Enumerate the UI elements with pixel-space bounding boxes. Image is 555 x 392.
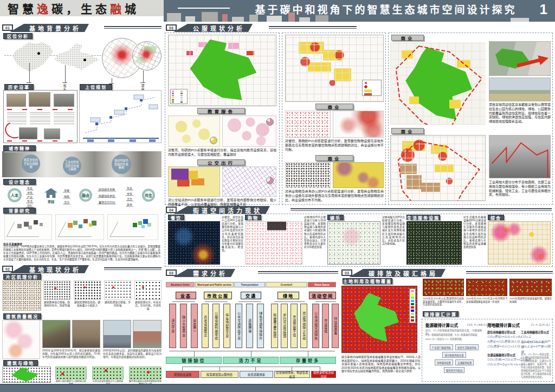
section-04-header: 04 街道空间活力现状 bbox=[166, 206, 552, 214]
transit-pie bbox=[266, 177, 274, 184]
concept-chip: 文化 bbox=[26, 190, 34, 195]
issue-stock: 存量较多 bbox=[280, 357, 336, 364]
title-decor-line bbox=[178, 8, 230, 9]
concept-chip: 生态 bbox=[26, 186, 34, 190]
landcover-2000-map bbox=[509, 279, 552, 296]
section-02-header: 02 基地现状分析 bbox=[2, 265, 162, 273]
commerce-text-1: 对餐饮、购物的POI点核密度进行分析，发现餐饮购物设施与基地外部西北与东南侧丰富… bbox=[285, 139, 384, 152]
demand-item: 公服设施利用率低 bbox=[212, 304, 220, 348]
landcover-map bbox=[341, 286, 417, 353]
education-density-map bbox=[222, 115, 276, 147]
spirit-bubble: 移民文化的开拓包容精神 bbox=[22, 155, 40, 173]
section-number: 03 bbox=[166, 269, 177, 276]
demand-cat-transport: 交通 bbox=[241, 292, 261, 299]
design-concept-diagram: 人本 生态 文化 产业 生活 记忆 家园 文脉 绿色 活力 融合 延续城市文脉 … bbox=[2, 185, 162, 207]
industry-commerce-map bbox=[390, 135, 486, 201]
upper-plan-chart bbox=[79, 90, 162, 143]
building-photo bbox=[133, 320, 162, 348]
fabric-caption: 建筑整体混合感强，肌理排列有序，韵律性强 bbox=[43, 301, 70, 307]
concept-chip: 生态 bbox=[126, 186, 133, 190]
transit-coverage-map bbox=[168, 166, 220, 197]
building-photo bbox=[42, 320, 70, 348]
chart-axis bbox=[110, 222, 153, 237]
green-service-map bbox=[390, 42, 486, 125]
label-food: 餐饮 bbox=[168, 215, 184, 220]
issue-link-missing: 链接缺位 bbox=[166, 357, 222, 364]
section-03b-header: 03 需求分析 bbox=[166, 269, 338, 277]
connector bbox=[274, 301, 305, 302]
section-number: 03 bbox=[166, 24, 177, 31]
residential-formula: CO₂居民=P人口×I人均 bbox=[487, 344, 520, 350]
concept-chip: 共享 bbox=[126, 202, 133, 207]
label-history: 历史沿革 bbox=[4, 84, 34, 90]
section-number: 03 bbox=[341, 269, 352, 276]
site-dot bbox=[105, 369, 107, 372]
location-dot bbox=[83, 59, 86, 61]
commerce-text-2: 对商业购物及商务办公的POI点核密度进行分析，发现商业购物及商务办公设施与基地外… bbox=[285, 190, 384, 202]
shopping-map bbox=[245, 221, 302, 265]
leader-line bbox=[143, 70, 144, 82]
development-paragraph: 包头市近年来，GDP经济总量总体呈上升趋势，城镇化率也在2021年达到了83.5… bbox=[3, 245, 160, 265]
chart-axis bbox=[57, 222, 99, 237]
leader-line bbox=[29, 63, 30, 82]
historic-photo bbox=[29, 92, 50, 107]
building-photo bbox=[72, 320, 100, 348]
label-transit: 公交出行 bbox=[197, 159, 245, 165]
section-03a-header: 03 公服现状分析 bbox=[166, 24, 357, 32]
solution-public-service: 按需求加强公服供给 bbox=[201, 371, 238, 378]
demand-item: 共享度低 bbox=[322, 304, 329, 348]
label-education: 教育服务 bbox=[197, 108, 245, 114]
timeline-text bbox=[54, 112, 74, 124]
landcover-caption: 2010年在2000-2010年这10年间经济飞速发展城镇建设速度进一步加快 bbox=[466, 297, 507, 303]
historic-photo bbox=[7, 94, 26, 107]
flow-node: 城市能源消耗总量 bbox=[442, 352, 466, 358]
landcover-caption: 2020年在2010年以后我国经济向高质量发展转型，注重经济发展的生态性，生态保… bbox=[423, 297, 464, 306]
section-number: 04 bbox=[166, 207, 177, 213]
inner-mongolia-map bbox=[54, 42, 100, 74]
site-dot bbox=[147, 371, 150, 374]
connector bbox=[220, 367, 220, 371]
connector bbox=[238, 301, 261, 302]
footer-bar bbox=[0, 384, 555, 392]
connector bbox=[251, 351, 251, 357]
energy-note: Kᵢ为 i 类能源的碳排放系数，Eᵢ为 i 类能源的消耗量； bbox=[425, 333, 482, 337]
research-chart-1 bbox=[4, 214, 52, 240]
label-location-analysis: 区位分析 bbox=[3, 33, 33, 39]
landcover-caption: 2000年我国经济快速发展时期，城镇化高速期 bbox=[509, 297, 552, 303]
green-site-map bbox=[92, 367, 124, 380]
aerial-photo bbox=[489, 41, 551, 76]
timeline-text bbox=[30, 112, 50, 124]
demand-item: 道路拥堵 bbox=[246, 304, 253, 348]
concept-chip: 文脉 bbox=[63, 188, 70, 192]
industry-text: 工业用地大部分分布于基地西侧，北部工业用地与居住用地混杂，有小规模工业用地为机械… bbox=[489, 181, 551, 197]
timeline-years bbox=[7, 109, 74, 110]
flow-node: 碳排放空间格局 bbox=[444, 367, 465, 373]
landuse-formula-title: 用地碳排计算公式 bbox=[487, 322, 520, 328]
building-outline bbox=[489, 136, 550, 178]
demand-item: 步行可达性较弱 bbox=[281, 304, 288, 348]
landscape-photo bbox=[489, 78, 551, 101]
demand-item: 绿色交通有待提升 bbox=[257, 304, 264, 348]
building-quality-map bbox=[2, 320, 40, 359]
label-commerce-1: 商业 bbox=[315, 104, 353, 110]
shopping-text: 对购物的POI点密度进行分析与空间连接分析，发现购物设施与基地外部老城区与新城区… bbox=[304, 216, 326, 266]
site-dot bbox=[54, 287, 56, 290]
commerce-overview-map bbox=[285, 35, 384, 102]
section-rule bbox=[466, 271, 553, 274]
label-commerce-2: 商业 bbox=[315, 155, 353, 161]
concept-chip: 生活 bbox=[26, 199, 34, 203]
section-01-header: 01 基地背景分析 bbox=[2, 24, 162, 32]
spirit-bubble: 工业时代吃苦耐劳的奋斗精神 bbox=[63, 157, 81, 175]
concept-chip: 记忆 bbox=[26, 203, 34, 208]
green-site-map bbox=[55, 367, 87, 380]
entertainment-text: 对休闲娱乐的POI点核密度进行分析，发现餐饮购物设施与基地外部西北老城区及东南侧… bbox=[382, 216, 405, 266]
fabric-map-large bbox=[2, 280, 41, 311]
logo-calligraphy: 智慧逸碳，生态融城 bbox=[0, 0, 164, 16]
historic-photo bbox=[19, 127, 37, 139]
site-boundary bbox=[390, 42, 486, 125]
green-service-text: 项目基地周边住区基本都能享受到以赛罕塔拉生态公园为核心的绿地，绿地、公园服务均能… bbox=[489, 103, 551, 124]
logo-part-red: 逸 bbox=[37, 0, 51, 16]
demand-item: 周边场地缺少互动 bbox=[300, 304, 307, 348]
map-legend bbox=[362, 80, 382, 96]
label-city-spirit: 城市精神 bbox=[3, 145, 36, 151]
